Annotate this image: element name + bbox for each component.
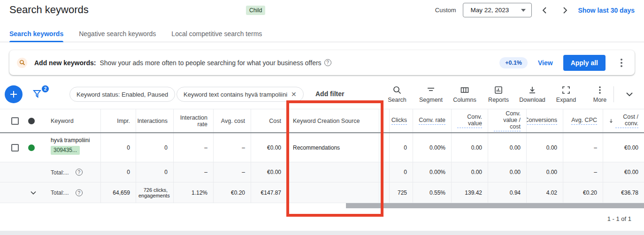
more-dots-icon — [595, 85, 605, 95]
conv-value-total: 0.00 — [452, 162, 488, 182]
horizontal-scrollbar[interactable] — [346, 203, 644, 208]
column-header-interactions[interactable]: Interactions — [136, 109, 174, 132]
cost-conv-total: €0.00 — [603, 162, 644, 182]
help-icon[interactable]: ? — [76, 189, 83, 196]
cost-total: €0.00 — [251, 162, 287, 182]
more-options-icon[interactable] — [616, 57, 627, 69]
avg-cost-total: €0.20 — [214, 182, 251, 203]
account-level-badge: Child — [246, 6, 265, 15]
download-icon — [528, 85, 537, 95]
creation-source-total — [287, 182, 379, 203]
column-header-conv-value[interactable]: Conv. value — [452, 109, 488, 132]
table-toolbar: 2 Keyword status: Enabled, Paused Keywor… — [0, 80, 644, 109]
banner-description: Show your ads more often to people searc… — [100, 59, 321, 67]
keyword-id-badge[interactable]: 309435... — [51, 146, 80, 155]
help-icon[interactable]: ? — [76, 169, 83, 176]
interactions-total: 0 — [136, 162, 174, 182]
filter-chip-label: Keyword text contains hyvä trampoliini — [184, 91, 287, 98]
column-header-interaction-rate[interactable]: Interaction rate — [174, 109, 214, 132]
column-header-cost[interactable]: Cost — [251, 109, 287, 132]
filter-chip-keyword-status[interactable]: Keyword status: Enabled, Paused — [69, 87, 175, 102]
conv-rate-value: 0.00% — [413, 133, 452, 162]
cost-conv-value: €0.00 — [603, 133, 644, 162]
page-title: Search keywords — [9, 4, 89, 16]
collapse-toolbar-button[interactable] — [624, 89, 637, 99]
column-header-avg-cpc[interactable]: Avg. CPC — [563, 109, 603, 132]
reports-icon — [494, 85, 503, 95]
segment-icon — [426, 85, 436, 95]
column-header-conv-value-cost[interactable]: Conv. value / cost — [488, 109, 527, 132]
search-button[interactable]: Search — [380, 83, 414, 103]
column-header-conversions[interactable]: Conversions — [527, 109, 563, 132]
avg-cpc-total: €0.20 — [563, 182, 603, 203]
download-button[interactable]: Download — [515, 83, 549, 103]
cost-total: €147.87 — [251, 182, 287, 203]
sort-descending-icon — [609, 118, 613, 124]
keyword-search-icon — [17, 58, 27, 68]
view-button[interactable]: View — [538, 59, 553, 67]
column-header-keyword[interactable]: Keyword — [51, 118, 74, 124]
conv-value-cost-value: 0.00 — [488, 133, 527, 162]
toolbar-divider — [613, 86, 614, 102]
chevron-left-icon — [541, 7, 549, 14]
add-filter-button[interactable]: Add filter — [315, 90, 344, 98]
columns-icon — [460, 85, 469, 95]
segment-button[interactable]: Segment — [414, 83, 448, 103]
show-last-30-days-link[interactable]: Show last 30 days — [578, 7, 635, 14]
expand-button[interactable]: Expand — [549, 83, 583, 103]
conversions-total: 4.02 — [527, 182, 563, 203]
next-period-button[interactable] — [558, 4, 571, 17]
status-column-icon — [28, 118, 35, 124]
select-all-checkbox[interactable] — [11, 117, 19, 125]
more-button[interactable]: More — [583, 83, 617, 103]
column-header-keyword-creation-source[interactable]: Keyword Creation Source — [287, 109, 379, 132]
expand-totals-chevron-icon[interactable] — [29, 189, 38, 197]
bottom-divider — [0, 231, 644, 235]
status-enabled-icon — [28, 144, 35, 151]
keyword-text[interactable]: hyvä trampoliini — [51, 137, 90, 144]
conversions-value: 0.00 — [527, 133, 563, 162]
remove-filter-icon[interactable]: ✕ — [291, 91, 297, 98]
column-header-clicks[interactable]: Clicks — [390, 109, 413, 132]
impr-total: 64,659 — [101, 182, 136, 203]
cost-conv-total: €36.78 — [603, 182, 644, 203]
columns-button[interactable]: Columns — [448, 83, 482, 103]
pagination-label: 1 - 1 of 1 — [607, 215, 631, 222]
total-label-cell: Total:... ? — [0, 182, 101, 203]
date-picker-dropdown[interactable]: May 22, 2023 — [463, 3, 532, 17]
total-account-row: Total:... ? 64,659 726 clicks, engagemen… — [0, 182, 644, 203]
search-icon — [392, 85, 402, 95]
uplift-badge: +0.1% — [499, 57, 528, 68]
row-checkbox[interactable] — [11, 144, 19, 152]
tab-local-competitive-search-terms[interactable]: Local competitive search terms — [171, 26, 262, 42]
column-header-impr[interactable]: Impr. — [101, 109, 136, 132]
keyword-cell: hyvä trampoliini 309435... — [0, 133, 101, 162]
dropdown-caret-icon — [521, 9, 526, 12]
interaction-rate-value: – — [174, 133, 214, 162]
conversions-total: 0.00 — [527, 162, 563, 182]
help-icon[interactable]: ? — [324, 59, 331, 66]
interaction-rate-total: – — [174, 162, 214, 182]
chevron-down-icon — [624, 89, 635, 99]
filter-count-badge: 2 — [42, 85, 49, 92]
tab-bar: Search keywords Negative search keywords… — [0, 26, 644, 42]
previous-period-button[interactable] — [538, 4, 552, 17]
chevron-right-icon — [561, 7, 568, 14]
reports-button[interactable]: Reports — [482, 83, 515, 103]
plus-icon — [9, 90, 18, 99]
apply-all-button[interactable]: Apply all — [563, 55, 606, 71]
add-keywords-recommendation-banner: Add new keywords: Show your ads more oft… — [9, 50, 635, 75]
column-header-cost-conv[interactable]: Cost / conv. — [603, 109, 644, 132]
header-keyword-cell: Keyword — [0, 109, 101, 132]
tab-search-keywords[interactable]: Search keywords — [9, 26, 63, 42]
tab-negative-search-keywords[interactable]: Negative search keywords — [79, 26, 156, 42]
add-keyword-button[interactable] — [5, 85, 23, 103]
keyword-creation-source-value: Recommendations — [287, 133, 379, 162]
conv-value-cost-total: 0.94 — [488, 182, 527, 203]
filter-funnel-button[interactable]: 2 — [32, 88, 48, 102]
filter-chip-keyword-text[interactable]: Keyword text contains hyvä trampoliini ✕ — [176, 87, 304, 102]
column-header-avg-cost[interactable]: Avg. cost — [214, 109, 251, 132]
avg-cost-total: – — [214, 162, 251, 182]
total-label: Total:... — [51, 190, 69, 196]
column-header-conv-rate[interactable]: Conv. rate — [413, 109, 452, 132]
